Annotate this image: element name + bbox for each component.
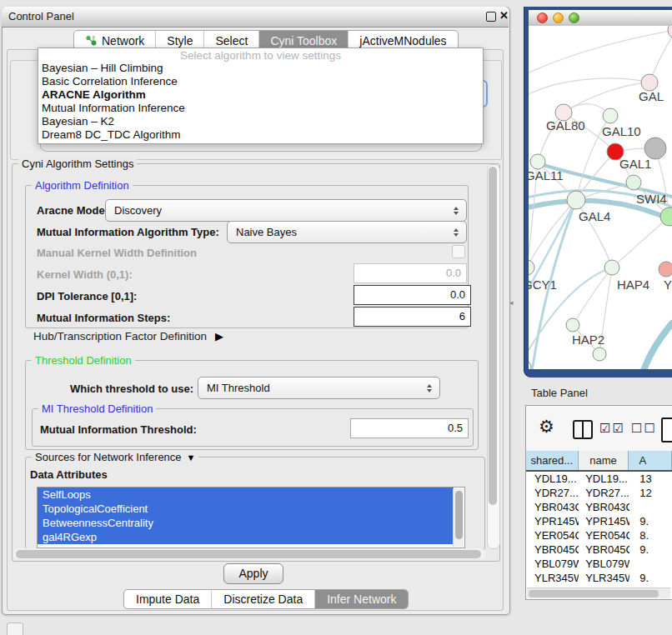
tab-label: Cyni Toolbox bbox=[270, 34, 337, 48]
dropdown-item[interactable]: Mutual Information Inference bbox=[38, 102, 483, 115]
scrollbar-thumb[interactable] bbox=[489, 167, 497, 505]
scrollbar-thumb[interactable] bbox=[529, 590, 659, 598]
gear-icon[interactable]: ⚙ bbox=[539, 417, 554, 437]
table-cell[interactable]: YER054C bbox=[579, 528, 629, 542]
table-cell[interactable]: YBR043C bbox=[526, 500, 579, 514]
scrollbar-thumb[interactable] bbox=[16, 550, 481, 558]
network-canvas[interactable]: GALGAL80GAL10GAL1GAL11SWI4GAL4HAP4YGCY1H… bbox=[529, 26, 672, 369]
mi-steps-label: Mutual Information Steps: bbox=[37, 312, 170, 324]
minimized-panel-button[interactable] bbox=[7, 622, 23, 635]
table-horizontal-scrollbar[interactable] bbox=[527, 588, 670, 598]
table-cell[interactable]: YPR145W bbox=[579, 514, 629, 528]
network-node[interactable] bbox=[641, 74, 658, 91]
table-cell[interactable]: 12 bbox=[629, 486, 672, 500]
select-all-columns-icon[interactable]: ☑☑ bbox=[599, 421, 625, 436]
mi-type-select[interactable]: Naive Bayes bbox=[227, 221, 467, 243]
network-node[interactable] bbox=[668, 26, 672, 39]
table-cell[interactable]: YBL079W bbox=[526, 557, 579, 571]
table-cell[interactable]: 9. bbox=[629, 571, 672, 585]
control-panel-titlebar[interactable] bbox=[2, 7, 509, 28]
table-cell[interactable]: YBR043C bbox=[579, 500, 629, 514]
dropdown-item[interactable]: Bayesian – Hill Climbing bbox=[38, 62, 483, 75]
mac-zoom-button[interactable] bbox=[569, 12, 579, 23]
table-cell[interactable]: YDL19... bbox=[526, 472, 579, 486]
table-row[interactable]: YBR045CYBR045C9. bbox=[526, 542, 672, 557]
table-row[interactable]: YLR345WYLR345W9. bbox=[526, 571, 672, 585]
dpi-tolerance-input[interactable]: 0.0 bbox=[354, 285, 471, 305]
table-cell[interactable]: 8. bbox=[629, 528, 672, 542]
network-node[interactable] bbox=[593, 348, 606, 361]
network-node[interactable] bbox=[566, 318, 579, 332]
group-title: MI Threshold Definition bbox=[38, 402, 156, 415]
network-node[interactable] bbox=[529, 260, 534, 275]
table-cell[interactable]: 13 bbox=[629, 472, 672, 486]
mi-steps-input[interactable]: 6 bbox=[354, 307, 471, 327]
network-window-titlebar[interactable] bbox=[529, 10, 672, 27]
table-cell[interactable]: YBR045C bbox=[579, 542, 629, 557]
which-threshold-select[interactable]: MI Threshold bbox=[198, 377, 440, 399]
table-row[interactable]: YDR27...YDR27...12 bbox=[526, 486, 672, 500]
manual-kernel-checkbox[interactable] bbox=[452, 245, 465, 258]
table-cell[interactable]: 9. bbox=[629, 514, 672, 528]
table-cell[interactable]: YBR045C bbox=[526, 542, 579, 557]
mac-minimize-button[interactable] bbox=[553, 12, 564, 23]
aracne-mode-select[interactable]: Discovery bbox=[105, 199, 467, 222]
table-cell[interactable]: YDR27... bbox=[579, 486, 629, 500]
dropdown-item[interactable]: Bayesian – K2 bbox=[38, 115, 483, 128]
network-node-label: HAP4 bbox=[617, 278, 649, 292]
table-cell[interactable] bbox=[629, 500, 672, 514]
panel-divider-handle[interactable]: ◂ bbox=[509, 298, 514, 307]
tab-label: Network bbox=[102, 34, 144, 48]
apply-button[interactable]: Apply bbox=[223, 563, 283, 584]
network-edge bbox=[529, 30, 672, 75]
list-item[interactable]: BetweennessCentrality bbox=[38, 516, 454, 530]
data-attributes-list[interactable]: SelfLoops TopologicalCoefficient Between… bbox=[37, 487, 465, 548]
column-header-partial[interactable]: A bbox=[629, 451, 672, 470]
group-title[interactable]: Sources for Network Inference ▼ bbox=[32, 451, 198, 463]
table-cell[interactable]: 9. bbox=[629, 542, 672, 557]
network-node[interactable] bbox=[604, 260, 619, 275]
network-node[interactable] bbox=[659, 262, 672, 277]
split-view-icon[interactable] bbox=[573, 420, 593, 439]
column-header-shared-name[interactable]: shared... bbox=[526, 451, 579, 470]
float-window-icon[interactable] bbox=[486, 12, 496, 22]
list-item[interactable]: TopologicalCoefficient bbox=[38, 502, 454, 516]
network-node[interactable] bbox=[530, 154, 545, 169]
dropdown-item-selected[interactable]: ARACNE Algorithm bbox=[38, 88, 483, 102]
table-cell[interactable]: YDR27... bbox=[526, 486, 579, 500]
deselect-columns-icon[interactable]: ☐☐ bbox=[631, 421, 657, 436]
table-row[interactable]: YER054CYER054C8. bbox=[526, 528, 672, 542]
list-item[interactable]: SelfLoops bbox=[38, 488, 454, 502]
tab-infer-network[interactable]: Infer Network bbox=[315, 590, 408, 608]
list-scrollbar[interactable] bbox=[453, 488, 464, 547]
network-node[interactable] bbox=[626, 175, 641, 190]
table-cell[interactable]: YLR345W bbox=[579, 571, 629, 585]
network-node[interactable] bbox=[567, 191, 585, 209]
table-row[interactable]: YBL079WYBL079W bbox=[526, 557, 672, 571]
table-cell[interactable]: YPR145W bbox=[526, 514, 579, 528]
mi-threshold-input[interactable]: 0.5 bbox=[350, 418, 469, 438]
table-cell[interactable]: YLR345W bbox=[526, 571, 579, 585]
document-icon[interactable] bbox=[661, 418, 672, 442]
table-cell[interactable]: YER054C bbox=[526, 528, 579, 542]
tab-impute-data[interactable]: Impute Data bbox=[124, 590, 212, 608]
close-icon[interactable]: ✕ bbox=[499, 9, 509, 22]
mac-close-button[interactable] bbox=[537, 12, 548, 23]
network-node[interactable] bbox=[529, 361, 531, 369]
list-item[interactable]: gal4RGexp bbox=[38, 530, 454, 544]
dropdown-item[interactable]: Dream8 DC_TDC Algorithm bbox=[38, 128, 483, 142]
table-row[interactable]: YPR145WYPR145W9. bbox=[526, 514, 672, 528]
table-row[interactable]: YDL19...YDL19...13 bbox=[526, 472, 672, 486]
table-cell[interactable]: YBL079W bbox=[579, 557, 629, 571]
column-header-name[interactable]: name bbox=[579, 451, 629, 470]
table-cell[interactable] bbox=[629, 557, 672, 571]
scrollbar-thumb[interactable] bbox=[455, 491, 463, 539]
kernel-width-input[interactable]: 0.0 bbox=[354, 263, 467, 283]
table-row[interactable]: YBR043CYBR043C bbox=[526, 500, 672, 514]
dropdown-item[interactable]: Basic Correlation Inference bbox=[38, 75, 483, 88]
network-node[interactable] bbox=[603, 108, 618, 123]
hub-definition-label: Hub/Transcription Factor Definition bbox=[33, 330, 207, 342]
hub-definition-expander[interactable]: Hub/Transcription Factor Definition ▶ bbox=[33, 330, 223, 342]
table-cell[interactable]: YDL19... bbox=[579, 472, 629, 486]
tab-discretize-data[interactable]: Discretize Data bbox=[212, 590, 315, 608]
